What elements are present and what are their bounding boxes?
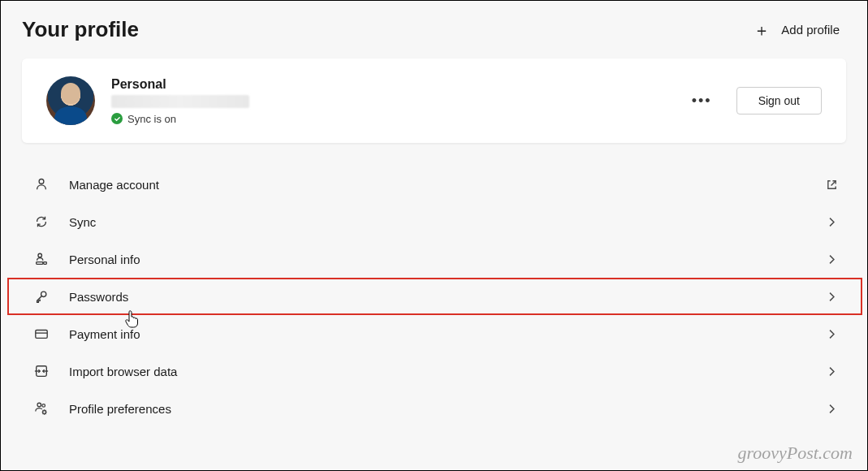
avatar [46,76,95,125]
add-profile-button[interactable]: ＋ Add profile [747,19,846,41]
svg-point-10 [43,411,46,414]
svg-point-4 [41,292,46,296]
sync-status-label: Sync is on [127,113,176,125]
profile-preferences-label: Profile preferences [69,402,805,416]
personal-info-item[interactable]: Personal info [22,240,846,278]
manage-account-label: Manage account [69,178,805,192]
passwords-label: Passwords [69,290,805,304]
page-title: Your profile [22,17,139,42]
people-gear-icon [33,400,50,417]
sync-status: Sync is on [111,113,667,125]
profile-email-redacted [111,95,249,108]
chevron-right-icon [825,402,838,415]
sync-icon [33,214,50,230]
payment-info-label: Payment info [69,327,805,341]
external-link-icon [825,178,838,191]
checkmark-icon [111,113,123,124]
more-options-button[interactable]: ••• [684,88,720,115]
profile-card: Personal Sync is on ••• Sign out [22,58,846,143]
chevron-right-icon [825,365,838,378]
svg-point-0 [39,179,44,184]
import-browser-data-label: Import browser data [69,365,805,378]
profile-name: Personal [111,77,667,92]
svg-point-9 [42,404,45,408]
profile-preferences-item[interactable]: Profile preferences [22,390,846,427]
personal-info-icon [33,251,50,267]
person-icon [33,176,50,192]
chevron-right-icon [825,327,838,340]
svg-rect-3 [44,262,47,265]
plus-icon: ＋ [754,22,770,38]
key-icon [33,288,50,305]
watermark: groovyPost.com [737,443,853,464]
payment-info-item[interactable]: Payment info [22,315,846,352]
personal-info-label: Personal info [69,253,805,266]
chevron-right-icon [825,290,838,303]
import-icon [33,363,50,379]
svg-point-1 [38,253,42,257]
settings-list: Manage account Sync [22,166,846,427]
import-browser-data-item[interactable]: Import browser data [22,352,846,390]
add-profile-label: Add profile [781,23,840,37]
svg-rect-2 [37,262,43,265]
manage-account-item[interactable]: Manage account [22,166,846,203]
chevron-right-icon [825,215,838,228]
svg-rect-5 [36,331,47,339]
chevron-right-icon [825,253,838,266]
profile-info: Personal Sync is on [111,77,667,125]
sign-out-button[interactable]: Sign out [736,87,822,115]
svg-point-8 [37,403,41,407]
card-icon [33,326,50,342]
sync-label: Sync [69,215,805,229]
sync-item[interactable]: Sync [22,203,846,240]
passwords-item[interactable]: Passwords [7,278,862,315]
